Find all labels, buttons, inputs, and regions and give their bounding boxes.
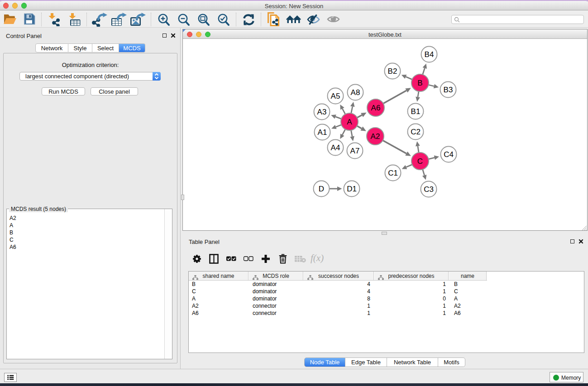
svg-text:A1: A1 [318, 128, 327, 137]
svg-text:D: D [319, 185, 324, 193]
svg-text:C2: C2 [411, 128, 421, 136]
svg-text:A: A [347, 118, 352, 126]
svg-text:A8: A8 [351, 88, 360, 97]
svg-text:C: C [417, 157, 423, 166]
svg-text:B: B [417, 79, 422, 87]
svg-text:D1: D1 [347, 185, 357, 193]
svg-text:C1: C1 [388, 169, 398, 177]
svg-text:A5: A5 [331, 92, 340, 100]
svg-text:B1: B1 [411, 107, 421, 116]
svg-text:B2: B2 [388, 67, 397, 76]
svg-text:A3: A3 [317, 108, 327, 116]
svg-text:B4: B4 [425, 50, 434, 59]
svg-text:C3: C3 [424, 185, 434, 194]
svg-text:A4: A4 [331, 143, 340, 152]
svg-text:A2: A2 [371, 132, 380, 141]
svg-text:C4: C4 [444, 150, 454, 159]
svg-text:A7: A7 [350, 147, 360, 155]
svg-text:A6: A6 [371, 104, 381, 112]
svg-text:B3: B3 [444, 86, 453, 94]
